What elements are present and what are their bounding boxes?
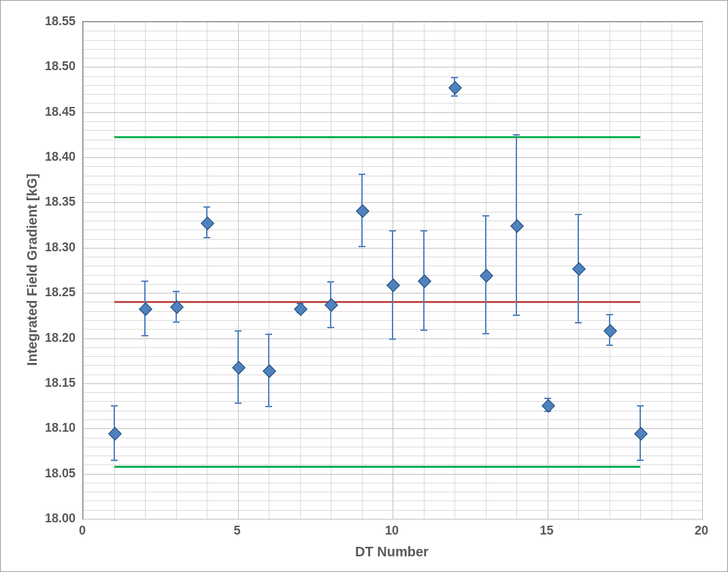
diamond-marker-icon (201, 217, 214, 230)
y-tick-label: 18.45 (35, 105, 76, 119)
diamond-marker-icon (356, 204, 369, 218)
x-tick-label: 15 (533, 524, 561, 538)
plot-area (82, 21, 703, 520)
y-tick-label: 18.25 (35, 285, 76, 300)
y-tick-label: 18.00 (35, 511, 76, 526)
diamond-marker-icon (232, 361, 246, 375)
x-tick-label: 0 (69, 524, 96, 538)
x-axis-label: DT Number (324, 544, 460, 560)
y-tick-label: 18.40 (35, 150, 76, 164)
reference-line-upper (114, 136, 641, 138)
diamond-marker-icon (572, 262, 586, 276)
y-tick-label: 18.10 (35, 421, 76, 435)
chart-frame: DT Number Integrated Field Gradient [kG]… (0, 0, 728, 572)
diamond-marker-icon (386, 279, 400, 292)
y-tick-label: 18.35 (35, 195, 76, 209)
y-tick-label: 18.55 (35, 14, 76, 29)
diamond-marker-icon (263, 364, 276, 378)
y-tick-label: 18.50 (35, 59, 76, 74)
diamond-marker-icon (448, 81, 462, 95)
x-tick-label: 20 (688, 524, 715, 538)
reference-line-nominal (114, 301, 641, 303)
y-tick-label: 18.15 (35, 376, 76, 390)
reference-line-lower (114, 466, 641, 468)
x-tick-label: 10 (378, 524, 406, 538)
y-tick-label: 18.20 (35, 331, 76, 345)
x-tick-label: 5 (224, 524, 251, 538)
diamond-marker-icon (418, 274, 431, 288)
y-tick-label: 18.30 (35, 240, 76, 255)
y-tick-label: 18.05 (35, 466, 76, 481)
diamond-marker-icon (139, 302, 152, 316)
diamond-marker-icon (603, 324, 617, 338)
diamond-marker-icon (480, 269, 493, 283)
